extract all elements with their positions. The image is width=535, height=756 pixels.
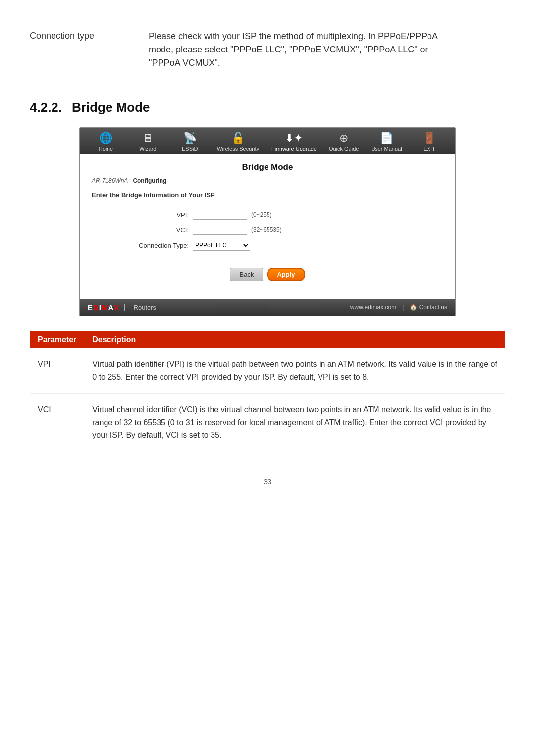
nav-item-security[interactable]: 🔓 Wireless Security — [217, 132, 259, 151]
footer-right: www.edimax.com | 🏠 Contact us — [350, 304, 447, 311]
nav-label-usermanual: User Manual — [371, 146, 402, 151]
section-title: Bridge Mode — [72, 100, 150, 115]
back-button[interactable]: Back — [230, 268, 263, 281]
usermanual-icon: 📄 — [380, 132, 393, 145]
section-number: 4.2.2. — [30, 100, 62, 115]
security-icon: 🔓 — [231, 132, 245, 145]
nav-item-quickguide[interactable]: ⊕ Quick Guide — [329, 132, 359, 151]
connection-type-field-label: Connection Type: — [92, 237, 191, 253]
exit-icon: 🚪 — [423, 132, 436, 145]
connection-type-description: Please check with your ISP the method of… — [149, 30, 456, 70]
vci-param-name: VCI — [30, 394, 84, 452]
vpi-label: VPI: — [92, 207, 191, 222]
edimax-logo: EDIMAX — [88, 303, 119, 312]
nav-item-wizard[interactable]: 🖥 Wizard — [133, 132, 162, 151]
vci-input-cell: (32~65535) — [191, 222, 443, 237]
bridge-form-table: VPI: (0~255) VCI: (32~65535) — [92, 207, 443, 253]
page-number: 33 — [30, 472, 505, 486]
nav-label-firmware: Firmware Upgrade — [271, 146, 317, 151]
nav-item-firmware[interactable]: ⬇✦ Firmware Upgrade — [271, 132, 317, 151]
connection-type-row: Connection Type: PPPoE LLC PPPoE VCMUX P… — [92, 237, 443, 253]
vpi-param-name: VPI — [30, 348, 84, 394]
footer-brand: Routers — [134, 304, 157, 311]
nav-label-wizard: Wizard — [139, 146, 156, 151]
connection-type-select-cell: PPPoE LLC PPPoE VCMUX PPPoA LLC PPPoA VC… — [191, 237, 443, 253]
vci-input[interactable] — [193, 225, 247, 235]
essid-icon: 📡 — [183, 132, 197, 145]
nav-label-essid: ESSiD — [182, 146, 198, 151]
breadcrumb-device: AR-7186WnA — [92, 177, 128, 184]
param-header-row: Parameter Description — [30, 331, 505, 348]
vci-hint: (32~65535) — [251, 226, 282, 233]
firmware-icon: ⬇✦ — [285, 132, 303, 145]
footer-website: www.edimax.com — [350, 304, 396, 311]
router-ui-mockup: 🌐 Home 🖥 Wizard 📡 ESSiD 🔓 Wireless Secur… — [79, 127, 456, 316]
connection-type-section: Connection type Please check with your I… — [30, 20, 505, 85]
wizard-icon: 🖥 — [142, 132, 153, 145]
vpi-param-row: VPI Virtual path identifier (VPI) is the… — [30, 348, 505, 394]
vci-param-desc: Virtual channel identifier (VCI) is the … — [84, 394, 505, 452]
footer-separator: | — [402, 304, 404, 311]
contact-label: Contact us — [419, 304, 447, 311]
connection-type-select[interactable]: PPPoE LLC PPPoE VCMUX PPPoA LLC PPPoA VC… — [193, 240, 250, 251]
footer-contact[interactable]: 🏠 Contact us — [410, 304, 447, 311]
vci-row: VCI: (32~65535) — [92, 222, 443, 237]
home-icon: 🌐 — [99, 132, 112, 145]
vpi-input-cell: (0~255) — [191, 207, 443, 222]
breadcrumb-row: AR-7186WnA Configuring — [92, 177, 443, 184]
nav-item-usermanual[interactable]: 📄 User Manual — [371, 132, 402, 151]
nav-item-home[interactable]: 🌐 Home — [91, 132, 120, 151]
router-page-title: Bridge Mode — [92, 162, 443, 172]
param-col1-header: Parameter — [30, 331, 84, 348]
vpi-param-desc: Virtual path identifier (VPI) is the vir… — [84, 348, 505, 394]
connection-type-label: Connection type — [30, 30, 129, 70]
vci-param-row: VCI Virtual channel identifier (VCI) is … — [30, 394, 505, 452]
nav-item-essid[interactable]: 📡 ESSiD — [175, 132, 205, 151]
vci-label: VCI: — [92, 222, 191, 237]
param-col2-header: Description — [84, 331, 505, 348]
vpi-row: VPI: (0~255) — [92, 207, 443, 222]
bridge-subtitle: Enter the Bridge Information of Your ISP — [92, 191, 443, 199]
router-footer: EDIMAX | Routers www.edimax.com | 🏠 Cont… — [80, 299, 455, 316]
nav-bar: 🌐 Home 🖥 Wizard 📡 ESSiD 🔓 Wireless Secur… — [80, 128, 455, 154]
vpi-input[interactable] — [193, 210, 247, 220]
contact-icon: 🏠 — [410, 304, 417, 311]
nav-label-quickguide: Quick Guide — [329, 146, 359, 151]
router-content: Bridge Mode AR-7186WnA Configuring Enter… — [80, 154, 455, 299]
parameter-table: Parameter Description VPI Virtual path i… — [30, 331, 505, 452]
nav-item-exit[interactable]: 🚪 EXIT — [415, 132, 444, 151]
button-row: Back Apply — [92, 268, 443, 281]
breadcrumb-step: Configuring — [133, 177, 166, 184]
footer-divider: | — [123, 303, 125, 312]
vpi-hint: (0~255) — [251, 211, 272, 218]
apply-button[interactable]: Apply — [267, 268, 305, 281]
nav-label-exit: EXIT — [423, 146, 435, 151]
nav-label-home: Home — [99, 146, 113, 151]
section-heading: 4.2.2.Bridge Mode — [30, 100, 505, 115]
quickguide-icon: ⊕ — [339, 132, 348, 145]
nav-label-security: Wireless Security — [217, 146, 259, 151]
